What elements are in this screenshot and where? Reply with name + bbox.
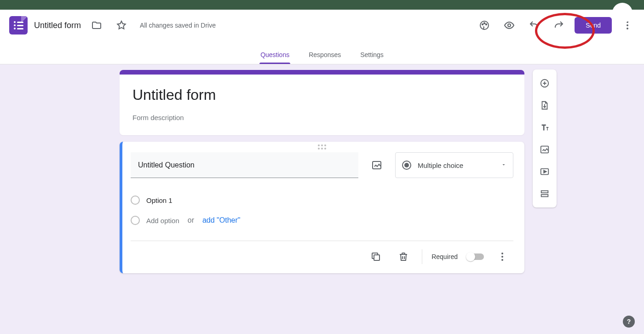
svg-point-11 bbox=[501, 256, 503, 258]
add-section-icon[interactable] bbox=[535, 184, 555, 204]
svg-point-7 bbox=[627, 28, 628, 29]
form-title-card[interactable]: Untitled form Form description bbox=[120, 70, 524, 135]
header: Untitled form All changes saved in Drive… bbox=[0, 10, 644, 64]
tabs: Questions Responses Settings bbox=[0, 41, 644, 64]
question-type-label: Multiple choice bbox=[418, 161, 494, 169]
question-type-select[interactable]: Multiple choice bbox=[395, 152, 513, 178]
question-card[interactable]: Multiple choice Option 1 Add option or a… bbox=[120, 142, 524, 273]
move-to-folder-icon[interactable] bbox=[87, 16, 106, 35]
drag-handle-icon[interactable] bbox=[131, 142, 513, 150]
svg-rect-17 bbox=[541, 195, 548, 197]
svg-point-4 bbox=[508, 24, 511, 27]
options-list: Option 1 Add option or add "Other" bbox=[131, 184, 513, 241]
tab-settings[interactable]: Settings bbox=[359, 51, 385, 64]
option-row[interactable]: Option 1 bbox=[131, 190, 513, 210]
add-video-icon[interactable] bbox=[535, 161, 555, 182]
svg-rect-16 bbox=[541, 191, 548, 193]
help-icon[interactable]: ? bbox=[623, 316, 635, 328]
question-footer: Required bbox=[131, 241, 513, 273]
add-title-icon[interactable] bbox=[535, 117, 555, 138]
add-image-icon[interactable] bbox=[535, 139, 555, 160]
svg-point-12 bbox=[501, 259, 503, 261]
svg-rect-9 bbox=[374, 255, 380, 260]
floating-toolbar bbox=[533, 69, 557, 207]
radio-icon bbox=[402, 161, 411, 170]
delete-icon[interactable] bbox=[394, 248, 413, 266]
question-title-input[interactable] bbox=[131, 152, 358, 178]
radio-icon bbox=[131, 196, 140, 205]
required-label: Required bbox=[431, 253, 458, 260]
import-questions-icon[interactable] bbox=[535, 95, 555, 115]
add-question-icon[interactable] bbox=[535, 73, 555, 93]
svg-point-10 bbox=[501, 253, 503, 254]
browser-chrome-strip bbox=[0, 0, 644, 10]
tab-responses[interactable]: Responses bbox=[308, 51, 342, 64]
or-label: or bbox=[188, 216, 194, 225]
send-button[interactable]: Send bbox=[575, 17, 612, 34]
star-icon[interactable] bbox=[112, 16, 131, 35]
add-option-row[interactable]: Add option or add "Other" bbox=[131, 210, 513, 230]
svg-point-3 bbox=[486, 24, 487, 25]
document-title[interactable]: Untitled form bbox=[34, 21, 81, 30]
duplicate-icon[interactable] bbox=[367, 248, 385, 266]
add-other-link[interactable]: add "Other" bbox=[202, 216, 241, 225]
add-image-to-question-icon[interactable] bbox=[368, 157, 385, 173]
form-title[interactable]: Untitled form bbox=[132, 86, 512, 104]
tab-questions[interactable]: Questions bbox=[259, 51, 290, 64]
chevron-down-icon bbox=[501, 161, 506, 169]
question-more-icon[interactable] bbox=[493, 248, 512, 266]
form-description[interactable]: Form description bbox=[132, 114, 512, 121]
add-option-label[interactable]: Add option bbox=[146, 217, 179, 225]
undo-icon[interactable] bbox=[525, 16, 543, 35]
radio-icon bbox=[131, 216, 140, 225]
divider bbox=[422, 249, 422, 264]
required-toggle[interactable] bbox=[467, 253, 484, 260]
preview-eye-icon[interactable] bbox=[500, 16, 518, 35]
svg-point-1 bbox=[482, 24, 483, 25]
svg-point-6 bbox=[627, 24, 628, 26]
customize-theme-icon[interactable] bbox=[475, 16, 494, 35]
svg-point-2 bbox=[484, 23, 485, 23]
forms-logo[interactable] bbox=[9, 16, 28, 35]
redo-icon[interactable] bbox=[550, 16, 568, 35]
save-status: All changes saved in Drive bbox=[140, 22, 216, 29]
option-label[interactable]: Option 1 bbox=[146, 196, 172, 204]
